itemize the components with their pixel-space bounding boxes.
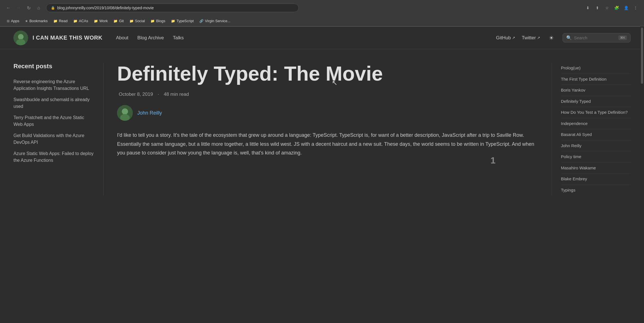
article-paragraph: I'd like to tell you a story. It's the t… xyxy=(117,131,538,158)
avatar xyxy=(13,31,28,45)
bookmark-apps[interactable]: ⊞ Apps xyxy=(4,18,22,24)
bookmark-social[interactable]: 📁 Social xyxy=(127,18,147,24)
bookmark-git[interactable]: 📁 Git xyxy=(111,18,126,24)
bookmark-acas-label: ACAs xyxy=(79,19,88,23)
nav-blog-archive[interactable]: Blog Archive xyxy=(137,35,164,41)
extensions-button[interactable]: 🧩 xyxy=(613,4,620,12)
address-bar[interactable]: 🔒 blog.johnnyreilly.com/2019/10/08/defin… xyxy=(46,4,299,12)
home-button[interactable]: ⌂ xyxy=(35,4,43,12)
svg-point-1 xyxy=(18,34,24,40)
scrollbar[interactable] xyxy=(640,26,644,323)
article-body: I'd like to tell you a story. It's the t… xyxy=(117,131,538,158)
scrollbar-thumb[interactable] xyxy=(641,28,643,84)
toc-item[interactable]: The First Type Definition xyxy=(561,74,631,85)
bookmark-blogs-label: Blogs xyxy=(156,19,165,23)
address-text: blog.johnnyreilly.com/2019/10/08/definit… xyxy=(57,6,154,10)
star-icon: ★ xyxy=(25,19,28,23)
author-name[interactable]: John Reilly xyxy=(137,110,162,116)
bookmark-button[interactable]: ☆ xyxy=(603,4,611,12)
browser-chrome: ← → ↻ ⌂ 🔒 blog.johnnyreilly.com/2019/10/… xyxy=(0,0,644,27)
forward-button[interactable]: → xyxy=(15,4,22,12)
search-icon: 🔍 xyxy=(566,35,572,40)
folder-icon-5: 📁 xyxy=(129,19,134,23)
bookmark-read-label: Read xyxy=(59,19,68,23)
sidebar-posts-list: Reverse engineering the Azure Applicatio… xyxy=(13,77,94,165)
bookmark-git-label: Git xyxy=(119,19,124,23)
toc-sidebar: Prolog(ue) The First Type Definition Bor… xyxy=(552,63,631,195)
article-read-time: 48 min read xyxy=(164,92,189,97)
article-meta: October 8, 2019 · 48 min read xyxy=(117,92,538,97)
toc-item[interactable]: Independence xyxy=(561,118,631,129)
list-item[interactable]: Reverse engineering the Azure Applicatio… xyxy=(13,77,94,94)
browser-nav-buttons: ← → ↻ ⌂ xyxy=(4,4,43,12)
github-link[interactable]: GitHub ↗ xyxy=(496,35,515,41)
list-item[interactable]: Terry Pratchett and the Azure Static Web… xyxy=(13,113,94,129)
page-wrapper: I CAN MAKE THIS WORK About Blog Archive … xyxy=(0,27,644,323)
apps-icon: ⊞ xyxy=(7,19,10,23)
browser-top-bar: ← → ↻ ⌂ 🔒 blog.johnnyreilly.com/2019/10/… xyxy=(0,0,644,16)
external-link-icon-2: ↗ xyxy=(537,36,540,40)
recent-posts-sidebar: Recent posts Reverse engineering the Azu… xyxy=(13,63,103,195)
bookmark-typescript[interactable]: 📁 TypeScript xyxy=(169,18,196,24)
bookmark-virgin-service-label: Virgin Service... xyxy=(205,19,230,23)
sidebar-title: Recent posts xyxy=(13,63,94,70)
folder-icon-4: 📁 xyxy=(113,19,118,23)
lock-icon: 🔒 xyxy=(51,6,55,10)
theme-toggle-button[interactable]: ☀ xyxy=(547,33,556,42)
bookmark-work[interactable]: 📁 Work xyxy=(92,18,110,24)
article-title: Definitely Typed: The Movie xyxy=(117,63,538,85)
site-header-right: GitHub ↗ Twitter ↗ ☀ 🔍 ⌘K xyxy=(496,33,631,42)
toc-item[interactable]: Definitely Typed xyxy=(561,96,631,107)
author-avatar xyxy=(117,105,133,121)
folder-icon-2: 📁 xyxy=(73,19,77,23)
article-author: John Reilly xyxy=(117,105,538,121)
toc-item[interactable]: Typings xyxy=(561,185,631,196)
toc-item[interactable]: Blake Embrey xyxy=(561,173,631,185)
bookmark-read[interactable]: 📁 Read xyxy=(51,18,70,24)
bookmarks-bar: ⊞ Apps ★ Bookmarks 📁 Read 📁 ACAs 📁 Work … xyxy=(0,16,644,26)
folder-icon: 📁 xyxy=(53,19,58,23)
twitter-link[interactable]: Twitter ↗ xyxy=(522,35,540,41)
share-button[interactable]: ⬆ xyxy=(593,4,601,12)
list-item[interactable]: Get Build Validations with the Azure Dev… xyxy=(13,131,94,147)
site-header: I CAN MAKE THIS WORK About Blog Archive … xyxy=(0,27,644,49)
nav-about[interactable]: About xyxy=(116,35,128,41)
article-separator: · xyxy=(158,92,159,97)
search-box[interactable]: 🔍 ⌘K xyxy=(563,33,631,42)
toc-item[interactable]: Masahiro Wakame xyxy=(561,162,631,174)
reload-button[interactable]: ↻ xyxy=(25,4,33,12)
article-date: October 8, 2019 xyxy=(119,92,153,97)
link-icon: 🔗 xyxy=(199,19,204,23)
bookmark-social-label: Social xyxy=(135,19,145,23)
list-item[interactable]: Swashbuckle and schemald is already used xyxy=(13,95,94,112)
bookmark-virgin-service[interactable]: 🔗 Virgin Service... xyxy=(197,18,233,24)
back-button[interactable]: ← xyxy=(4,4,12,12)
download-button[interactable]: ⬇ xyxy=(584,4,592,12)
page-number-annotation: 1 xyxy=(490,155,495,166)
bookmark-blogs[interactable]: 📁 Blogs xyxy=(148,18,168,24)
bookmark-bookmarks[interactable]: ★ Bookmarks xyxy=(23,18,50,24)
bookmark-acas[interactable]: 📁 ACAs xyxy=(71,18,90,24)
search-input[interactable] xyxy=(574,35,616,40)
toc-item[interactable]: Prolog(ue) xyxy=(561,63,631,74)
toc-item[interactable]: How Do You Test a Type Definition? xyxy=(561,107,631,118)
nav-talks[interactable]: Talks xyxy=(173,35,184,41)
site-logo[interactable]: I CAN MAKE THIS WORK xyxy=(13,31,102,45)
list-item[interactable]: Azure Static Web Apps: Failed to deploy … xyxy=(13,149,94,165)
search-shortcut: ⌘K xyxy=(618,35,627,40)
toc-item[interactable]: John Reilly xyxy=(561,140,631,151)
article: Definitely Typed: The Movie October 8, 2… xyxy=(103,63,552,195)
external-link-icon: ↗ xyxy=(512,36,515,40)
toc-item[interactable]: Basarat Ali Syed xyxy=(561,129,631,140)
main-layout: Recent posts Reverse engineering the Azu… xyxy=(0,49,644,195)
toc-item[interactable]: Boris Yankov xyxy=(561,85,631,96)
bookmark-apps-label: Apps xyxy=(11,19,19,23)
menu-button[interactable]: ⋮ xyxy=(632,4,640,12)
folder-icon-3: 📁 xyxy=(94,19,98,23)
toc-item[interactable]: Policy time xyxy=(561,151,631,162)
profile-button[interactable]: 👤 xyxy=(622,4,630,12)
bookmark-typescript-label: TypeScript xyxy=(177,19,194,23)
site-title: I CAN MAKE THIS WORK xyxy=(33,35,102,41)
folder-icon-6: 📁 xyxy=(150,19,155,23)
svg-point-4 xyxy=(122,108,128,115)
